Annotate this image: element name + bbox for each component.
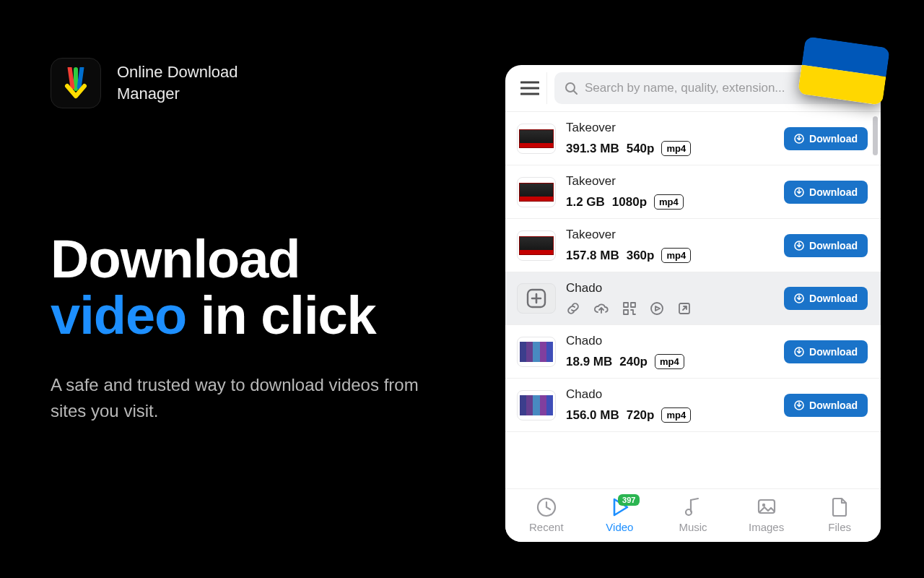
brand: Online Download Manager xyxy=(51,58,455,108)
item-quality: 720p xyxy=(627,408,655,423)
image-icon xyxy=(756,496,777,518)
item-title: Takeover xyxy=(566,174,774,189)
video-count-badge: 397 xyxy=(618,494,640,506)
row-content: Takeover1.2 GB1080pmp4 xyxy=(566,174,774,210)
thumbnail xyxy=(517,230,556,261)
list-item[interactable]: ChadoDownload xyxy=(505,272,881,325)
row-content: Takeover391.3 MB540pmp4 xyxy=(566,121,774,156)
item-extension: mp4 xyxy=(661,407,691,423)
svg-point-16 xyxy=(762,504,764,506)
menu-button[interactable] xyxy=(513,72,547,104)
list-item[interactable]: Takeover157.8 MB360pmp4Download xyxy=(505,219,881,272)
bottom-nav: Recent 397 Video Music Images xyxy=(505,488,881,542)
nav-label: Video xyxy=(606,521,633,533)
item-extension: mp4 xyxy=(661,248,691,263)
download-button-label: Download xyxy=(809,186,858,198)
cloud-upload-icon[interactable] xyxy=(593,301,609,316)
app-panel: Takeover391.3 MB540pmp4DownloadTakeover1… xyxy=(505,65,881,542)
list-item[interactable]: Chado156.0 MB720pmp4Download xyxy=(505,379,881,432)
scrollbar-thumb[interactable] xyxy=(873,116,878,155)
item-meta: 18.9 MB240pmp4 xyxy=(566,354,774,369)
download-button[interactable]: Download xyxy=(784,234,868,257)
open-external-icon[interactable] xyxy=(677,301,692,316)
download-button-label: Download xyxy=(809,346,858,358)
row-content: Chado156.0 MB720pmp4 xyxy=(566,387,774,423)
download-icon xyxy=(794,134,804,144)
music-note-icon xyxy=(682,496,704,518)
thumbnail xyxy=(517,124,556,154)
nav-recent[interactable]: Recent xyxy=(513,496,580,533)
download-icon xyxy=(794,187,804,197)
plus-square-icon xyxy=(526,288,546,309)
item-meta: 156.0 MB720pmp4 xyxy=(566,407,774,423)
marketing-pane: Online Download Manager Download video i… xyxy=(51,58,455,424)
thumbnail xyxy=(517,390,556,420)
item-size: 18.9 MB xyxy=(566,355,612,369)
download-icon xyxy=(794,293,804,303)
nav-files[interactable]: Files xyxy=(806,496,873,533)
item-size: 156.0 MB xyxy=(566,408,619,423)
app-icon xyxy=(51,58,101,108)
row-content: Chado18.9 MB240pmp4 xyxy=(566,334,774,369)
download-icon xyxy=(794,347,804,357)
nav-music[interactable]: Music xyxy=(660,496,726,533)
download-icon xyxy=(794,400,804,410)
item-quality: 540p xyxy=(627,142,655,156)
item-quality: 1080p xyxy=(612,195,647,210)
nav-images[interactable]: Images xyxy=(733,496,800,533)
item-meta: 391.3 MB540pmp4 xyxy=(566,141,774,156)
svg-rect-5 xyxy=(624,303,628,307)
list-item[interactable]: Takeover1.2 GB1080pmp4Download xyxy=(505,165,881,219)
item-meta: 1.2 GB1080pmp4 xyxy=(566,194,774,210)
link-icon[interactable] xyxy=(566,301,580,316)
nav-label: Files xyxy=(828,521,851,533)
list-item[interactable]: Takeover391.3 MB540pmp4Download xyxy=(505,112,881,165)
brand-name: Online Download Manager xyxy=(117,61,238,104)
download-button[interactable]: Download xyxy=(784,287,868,310)
nav-video[interactable]: 397 Video xyxy=(586,496,653,533)
item-title: Takeover xyxy=(566,228,774,242)
download-button[interactable]: Download xyxy=(784,340,868,363)
download-button[interactable]: Download xyxy=(784,127,868,150)
search-icon xyxy=(565,82,578,95)
item-title: Takeover xyxy=(566,121,774,135)
ukraine-flag-badge xyxy=(798,36,890,105)
download-button[interactable]: Download xyxy=(784,181,868,204)
item-extension: mp4 xyxy=(654,194,684,210)
row-content: Takeover157.8 MB360pmp4 xyxy=(566,228,774,263)
item-quality: 240p xyxy=(619,355,648,369)
download-button-label: Download xyxy=(809,400,858,411)
row-content: Chado xyxy=(566,281,774,316)
item-size: 157.8 MB xyxy=(566,249,619,263)
thumbnail xyxy=(517,283,556,314)
play-circle-icon[interactable] xyxy=(650,301,664,316)
download-button-label: Download xyxy=(809,293,858,304)
download-button-label: Download xyxy=(809,133,858,144)
qr-icon[interactable] xyxy=(622,301,637,316)
subheadline: A safe and trusted way to download video… xyxy=(51,372,455,424)
thumbnail xyxy=(517,177,556,207)
nav-label: Images xyxy=(749,521,784,533)
video-list: Takeover391.3 MB540pmp4DownloadTakeover1… xyxy=(505,112,881,488)
thumbnail xyxy=(517,337,556,367)
headline: Download video in click xyxy=(51,231,455,343)
clock-icon xyxy=(536,496,557,518)
nav-label: Recent xyxy=(529,521,564,533)
download-icon xyxy=(794,241,804,251)
svg-rect-6 xyxy=(631,303,635,307)
item-title: Chado xyxy=(566,334,774,348)
file-icon xyxy=(829,496,850,518)
item-meta: 157.8 MB360pmp4 xyxy=(566,248,774,263)
svg-point-0 xyxy=(566,83,575,92)
item-title: Chado xyxy=(566,387,774,402)
item-extension: mp4 xyxy=(661,141,691,156)
svg-rect-7 xyxy=(624,310,628,314)
download-button-label: Download xyxy=(809,240,858,251)
item-title: Chado xyxy=(566,281,774,296)
item-action-icons xyxy=(566,301,774,316)
list-item[interactable]: Chado18.9 MB240pmp4Download xyxy=(505,325,881,379)
item-extension: mp4 xyxy=(655,354,684,369)
item-size: 1.2 GB xyxy=(566,195,605,210)
download-button[interactable]: Download xyxy=(784,394,868,417)
svg-point-8 xyxy=(651,303,663,314)
